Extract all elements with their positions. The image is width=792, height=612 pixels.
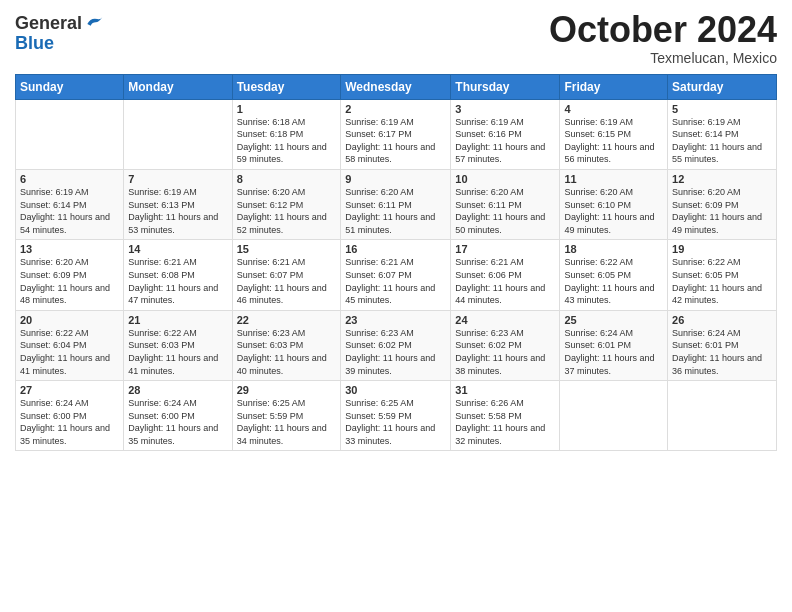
day-number: 3 <box>455 103 555 115</box>
day-number: 21 <box>128 314 227 326</box>
calendar-cell: 30 Sunrise: 6:25 AM Sunset: 5:59 PM Dayl… <box>341 381 451 451</box>
sunrise-text: Sunrise: 6:22 AM <box>20 328 89 338</box>
sunrise-text: Sunrise: 6:19 AM <box>20 187 89 197</box>
sunset-text: Sunset: 6:16 PM <box>455 129 522 139</box>
daylight-text: Daylight: 11 hours and 36 minutes. <box>672 353 762 376</box>
sunrise-text: Sunrise: 6:23 AM <box>237 328 306 338</box>
day-info: Sunrise: 6:25 AM Sunset: 5:59 PM Dayligh… <box>237 397 337 447</box>
sunset-text: Sunset: 6:02 PM <box>345 340 412 350</box>
day-number: 1 <box>237 103 337 115</box>
sunrise-text: Sunrise: 6:20 AM <box>564 187 633 197</box>
day-info: Sunrise: 6:24 AM Sunset: 6:01 PM Dayligh… <box>672 327 772 377</box>
day-info: Sunrise: 6:23 AM Sunset: 6:03 PM Dayligh… <box>237 327 337 377</box>
day-info: Sunrise: 6:23 AM Sunset: 6:02 PM Dayligh… <box>345 327 446 377</box>
sunrise-text: Sunrise: 6:24 AM <box>128 398 197 408</box>
calendar-cell: 9 Sunrise: 6:20 AM Sunset: 6:11 PM Dayli… <box>341 169 451 239</box>
calendar-cell: 14 Sunrise: 6:21 AM Sunset: 6:08 PM Dayl… <box>124 240 232 310</box>
calendar-cell: 11 Sunrise: 6:20 AM Sunset: 6:10 PM Dayl… <box>560 169 668 239</box>
day-number: 25 <box>564 314 663 326</box>
day-info: Sunrise: 6:20 AM Sunset: 6:10 PM Dayligh… <box>564 186 663 236</box>
day-info: Sunrise: 6:21 AM Sunset: 6:07 PM Dayligh… <box>237 256 337 306</box>
calendar-cell: 6 Sunrise: 6:19 AM Sunset: 6:14 PM Dayli… <box>16 169 124 239</box>
daylight-text: Daylight: 11 hours and 58 minutes. <box>345 142 435 165</box>
daylight-text: Daylight: 11 hours and 56 minutes. <box>564 142 654 165</box>
calendar-cell: 1 Sunrise: 6:18 AM Sunset: 6:18 PM Dayli… <box>232 99 341 169</box>
sunset-text: Sunset: 5:59 PM <box>345 411 412 421</box>
sunrise-text: Sunrise: 6:21 AM <box>237 257 306 267</box>
sunrise-text: Sunrise: 6:24 AM <box>672 328 741 338</box>
day-number: 14 <box>128 243 227 255</box>
day-info: Sunrise: 6:23 AM Sunset: 6:02 PM Dayligh… <box>455 327 555 377</box>
day-info: Sunrise: 6:20 AM Sunset: 6:11 PM Dayligh… <box>455 186 555 236</box>
daylight-text: Daylight: 11 hours and 59 minutes. <box>237 142 327 165</box>
sunset-text: Sunset: 6:05 PM <box>564 270 631 280</box>
calendar-cell: 5 Sunrise: 6:19 AM Sunset: 6:14 PM Dayli… <box>668 99 777 169</box>
day-number: 17 <box>455 243 555 255</box>
calendar-cell: 23 Sunrise: 6:23 AM Sunset: 6:02 PM Dayl… <box>341 310 451 380</box>
calendar-cell: 3 Sunrise: 6:19 AM Sunset: 6:16 PM Dayli… <box>451 99 560 169</box>
daylight-text: Daylight: 11 hours and 49 minutes. <box>672 212 762 235</box>
weekday-header: Saturday <box>668 74 777 99</box>
daylight-text: Daylight: 11 hours and 47 minutes. <box>128 283 218 306</box>
sunset-text: Sunset: 6:09 PM <box>672 200 739 210</box>
day-number: 6 <box>20 173 119 185</box>
day-info: Sunrise: 6:21 AM Sunset: 6:07 PM Dayligh… <box>345 256 446 306</box>
day-info: Sunrise: 6:24 AM Sunset: 6:00 PM Dayligh… <box>20 397 119 447</box>
calendar-week-row: 1 Sunrise: 6:18 AM Sunset: 6:18 PM Dayli… <box>16 99 777 169</box>
calendar-week-row: 20 Sunrise: 6:22 AM Sunset: 6:04 PM Dayl… <box>16 310 777 380</box>
day-number: 15 <box>237 243 337 255</box>
logo-bird-icon <box>84 14 104 34</box>
daylight-text: Daylight: 11 hours and 35 minutes. <box>20 423 110 446</box>
sunset-text: Sunset: 6:03 PM <box>128 340 195 350</box>
sunrise-text: Sunrise: 6:22 AM <box>564 257 633 267</box>
sunrise-text: Sunrise: 6:19 AM <box>128 187 197 197</box>
day-number: 18 <box>564 243 663 255</box>
sunset-text: Sunset: 6:13 PM <box>128 200 195 210</box>
day-info: Sunrise: 6:20 AM Sunset: 6:09 PM Dayligh… <box>672 186 772 236</box>
sunset-text: Sunset: 6:07 PM <box>345 270 412 280</box>
sunrise-text: Sunrise: 6:25 AM <box>345 398 414 408</box>
calendar-week-row: 27 Sunrise: 6:24 AM Sunset: 6:00 PM Dayl… <box>16 381 777 451</box>
sunset-text: Sunset: 5:58 PM <box>455 411 522 421</box>
day-info: Sunrise: 6:21 AM Sunset: 6:08 PM Dayligh… <box>128 256 227 306</box>
calendar-cell: 27 Sunrise: 6:24 AM Sunset: 6:00 PM Dayl… <box>16 381 124 451</box>
day-number: 5 <box>672 103 772 115</box>
day-info: Sunrise: 6:24 AM Sunset: 6:01 PM Dayligh… <box>564 327 663 377</box>
daylight-text: Daylight: 11 hours and 41 minutes. <box>128 353 218 376</box>
daylight-text: Daylight: 11 hours and 49 minutes. <box>564 212 654 235</box>
calendar-week-row: 6 Sunrise: 6:19 AM Sunset: 6:14 PM Dayli… <box>16 169 777 239</box>
calendar-cell: 13 Sunrise: 6:20 AM Sunset: 6:09 PM Dayl… <box>16 240 124 310</box>
sunrise-text: Sunrise: 6:19 AM <box>564 117 633 127</box>
weekday-header: Wednesday <box>341 74 451 99</box>
calendar-cell <box>124 99 232 169</box>
sunrise-text: Sunrise: 6:24 AM <box>564 328 633 338</box>
daylight-text: Daylight: 11 hours and 51 minutes. <box>345 212 435 235</box>
day-number: 22 <box>237 314 337 326</box>
calendar-cell: 22 Sunrise: 6:23 AM Sunset: 6:03 PM Dayl… <box>232 310 341 380</box>
day-info: Sunrise: 6:22 AM Sunset: 6:04 PM Dayligh… <box>20 327 119 377</box>
sunset-text: Sunset: 6:00 PM <box>128 411 195 421</box>
sunset-text: Sunset: 6:01 PM <box>672 340 739 350</box>
weekday-header: Monday <box>124 74 232 99</box>
sunset-text: Sunset: 6:08 PM <box>128 270 195 280</box>
day-info: Sunrise: 6:19 AM Sunset: 6:15 PM Dayligh… <box>564 116 663 166</box>
daylight-text: Daylight: 11 hours and 48 minutes. <box>20 283 110 306</box>
sunset-text: Sunset: 6:14 PM <box>20 200 87 210</box>
day-number: 11 <box>564 173 663 185</box>
day-number: 28 <box>128 384 227 396</box>
calendar-cell: 19 Sunrise: 6:22 AM Sunset: 6:05 PM Dayl… <box>668 240 777 310</box>
sunset-text: Sunset: 6:17 PM <box>345 129 412 139</box>
daylight-text: Daylight: 11 hours and 37 minutes. <box>564 353 654 376</box>
sunset-text: Sunset: 6:10 PM <box>564 200 631 210</box>
sunrise-text: Sunrise: 6:18 AM <box>237 117 306 127</box>
sunrise-text: Sunrise: 6:25 AM <box>237 398 306 408</box>
sunset-text: Sunset: 5:59 PM <box>237 411 304 421</box>
day-number: 8 <box>237 173 337 185</box>
logo: General Blue <box>15 14 104 54</box>
day-number: 7 <box>128 173 227 185</box>
calendar-cell: 12 Sunrise: 6:20 AM Sunset: 6:09 PM Dayl… <box>668 169 777 239</box>
sunrise-text: Sunrise: 6:23 AM <box>455 328 524 338</box>
sunrise-text: Sunrise: 6:20 AM <box>672 187 741 197</box>
logo-blue: Blue <box>15 34 104 54</box>
sunrise-text: Sunrise: 6:21 AM <box>455 257 524 267</box>
